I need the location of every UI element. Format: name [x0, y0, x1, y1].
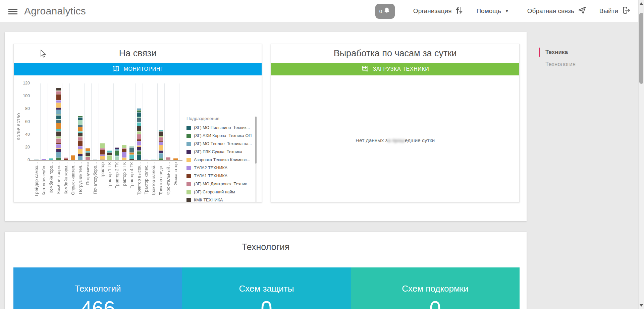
- online-card-title: На связи: [14, 44, 262, 63]
- sidebar-item-tehnika[interactable]: Техника: [537, 48, 576, 57]
- bar-segment: [56, 94, 61, 100]
- technology-tiles: Технологий 466 Схем защиты 0 Схем подкор…: [13, 267, 520, 309]
- help-menu[interactable]: Помощь ▼: [476, 7, 508, 15]
- bar-segment: [137, 141, 141, 145]
- chart-gridline: [150, 83, 150, 160]
- legend-swatch: [186, 142, 191, 146]
- x-axis-category-label: Опрыскивател...: [70, 162, 76, 195]
- notifications-button[interactable]: 0: [375, 4, 395, 19]
- legend-label: Азаровка Техника Климовс...: [194, 158, 250, 162]
- legend-item[interactable]: (ЗГ) МО Пильшино_Техник...: [186, 125, 254, 130]
- bar-segment: [115, 156, 119, 160]
- y-axis-tick-label: 40: [14, 132, 30, 137]
- x-axis-category-label: Грейдер самох...: [34, 162, 39, 196]
- bar-segment: [56, 100, 61, 103]
- tile-label: Схем подкормки: [351, 284, 520, 294]
- tile-technologies[interactable]: Технологий 466: [13, 267, 182, 309]
- tile-value: 0: [182, 298, 351, 309]
- chart-gridline: [164, 83, 165, 160]
- chart-gridline: [40, 83, 41, 160]
- bar-segment: [129, 154, 134, 159]
- stacked-bar: [100, 143, 105, 161]
- bar-segment: [137, 131, 141, 134]
- stacked-bar: [78, 116, 83, 160]
- bar-segment: [78, 149, 83, 154]
- bar-segment: [137, 126, 141, 131]
- tile-value: 466: [13, 298, 182, 309]
- chart-gridline: [135, 83, 136, 160]
- sidebar-item-tehnologiya[interactable]: Технология: [537, 60, 576, 69]
- chart-gridline: [113, 83, 114, 160]
- legend-item[interactable]: (ЗГ) АХИ Короча_Техника ОП: [186, 133, 254, 138]
- x-axis-category-label: Экскаватор: [173, 162, 178, 185]
- chart-gridline: [84, 83, 85, 160]
- logout-button[interactable]: Выйти: [599, 6, 631, 16]
- bar-segment: [56, 110, 61, 114]
- legend-item[interactable]: (ЗГ) ПЗК Суджа_Техника: [186, 149, 254, 154]
- scrollbar-down-arrow-icon[interactable]: [640, 304, 643, 307]
- online-chart: Количество Подразделения (ЗГ) МО Пильшин…: [14, 79, 262, 202]
- organization-button[interactable]: Организация: [413, 6, 464, 17]
- load-equipment-button[interactable]: ЗАГРУЗКА ТЕХНИКИ: [271, 63, 519, 75]
- hamburger-menu-icon[interactable]: [8, 9, 17, 14]
- bar-segment: [56, 149, 61, 152]
- legend-item[interactable]: ТУЛА2 ТЕХНИКА: [186, 166, 254, 170]
- legend-item[interactable]: (ЗГ) МО Дмитровск_Техник...: [186, 182, 254, 186]
- sidebar-item-label: Технология: [545, 61, 576, 67]
- chart-gridline: [106, 83, 106, 160]
- browser-scrollbar[interactable]: [638, 0, 644, 309]
- legend-scrollbar[interactable]: [255, 116, 257, 202]
- blurred-text: а прош: [388, 137, 405, 143]
- legend-item[interactable]: КМК ТЕХНИКА: [186, 198, 254, 202]
- bar-segment: [122, 152, 126, 158]
- stacked-bar: [56, 88, 61, 160]
- tile-feeding-schemes[interactable]: Схем подкормки 0: [351, 267, 520, 309]
- monitoring-button[interactable]: МОНИТОРИНГ: [14, 63, 262, 75]
- chart-gridline: [91, 83, 92, 160]
- technology-panel: Технология Технологий 466 Схем защиты 0 …: [5, 232, 527, 309]
- legend-item[interactable]: ТУЛА1 ТЕХНИКА: [186, 174, 254, 178]
- stacked-bar: [64, 158, 68, 160]
- bar-segment: [159, 153, 163, 158]
- legend-swatch: [186, 126, 191, 130]
- stacked-bar: [42, 159, 46, 160]
- chart-gridline: [157, 83, 158, 160]
- bar-segment: [56, 120, 61, 123]
- bar-segment: [56, 129, 61, 131]
- stacked-bar: [173, 158, 178, 160]
- x-axis-category-label: Погрузчик тел...: [77, 162, 83, 194]
- x-axis-category-label: Трактор колес...: [143, 162, 149, 194]
- bar-segment: [78, 127, 83, 131]
- legend-label: (ЗГ) АХИ Короча_Техника ОП: [194, 133, 252, 138]
- legend-swatch: [186, 158, 191, 162]
- legend-item[interactable]: Азаровка Техника Климовс...: [186, 158, 254, 162]
- bar-segment: [122, 145, 126, 148]
- map-icon: [112, 65, 120, 74]
- online-card: На связи МОНИТОРИНГ Количество Подраздел…: [13, 44, 262, 202]
- bar-segment: [78, 133, 83, 137]
- help-label: Помощь: [476, 7, 501, 15]
- scrollbar-thumb[interactable]: [639, 13, 643, 84]
- legend-scrollbar-thumb[interactable]: [255, 117, 257, 164]
- bar-segment: [159, 150, 163, 153]
- bar-segment: [78, 156, 83, 160]
- x-axis-line: [30, 160, 182, 161]
- feedback-button[interactable]: Обратная связь: [527, 6, 587, 16]
- bar-segment: [137, 122, 141, 126]
- chart-gridline: [99, 83, 99, 160]
- stacked-bar: [151, 160, 156, 160]
- scrollbar-up-arrow-icon[interactable]: [640, 2, 643, 5]
- x-axis-category-label: Комбайн корм...: [63, 162, 69, 194]
- chart-gridline: [55, 83, 55, 160]
- bar-segment: [100, 143, 105, 148]
- legend-item[interactable]: (ЗГ) МО Теплое_Техника на...: [186, 141, 254, 146]
- x-axis-category-label: Початкоуборо...: [92, 162, 98, 194]
- legend-label: (ЗГ) МО Дмитровск_Техник...: [194, 182, 250, 186]
- y-axis-tick-label: 120: [14, 81, 30, 85]
- chart-gridline: [62, 83, 62, 160]
- bar-segment: [56, 123, 61, 129]
- logout-icon: [622, 6, 631, 16]
- legend-label: (ЗГ) ПЗК Суджа_Техника: [194, 149, 242, 154]
- legend-item[interactable]: (ЗГ) Сторонний найм: [186, 190, 254, 194]
- tile-protection-schemes[interactable]: Схем защиты 0: [182, 267, 351, 309]
